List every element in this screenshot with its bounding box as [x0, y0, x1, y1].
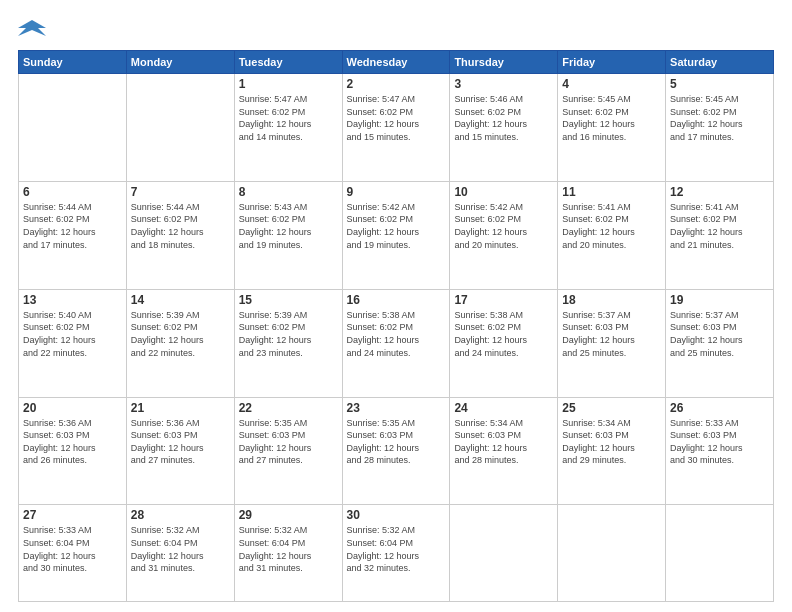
day-info: Sunrise: 5:34 AM Sunset: 6:03 PM Dayligh… — [562, 417, 661, 467]
page: SundayMondayTuesdayWednesdayThursdayFrid… — [0, 0, 792, 612]
day-info: Sunrise: 5:47 AM Sunset: 6:02 PM Dayligh… — [239, 93, 338, 143]
day-number: 7 — [131, 185, 230, 199]
day-info: Sunrise: 5:35 AM Sunset: 6:03 PM Dayligh… — [347, 417, 446, 467]
calendar-cell: 23Sunrise: 5:35 AM Sunset: 6:03 PM Dayli… — [342, 397, 450, 505]
day-number: 14 — [131, 293, 230, 307]
day-info: Sunrise: 5:38 AM Sunset: 6:02 PM Dayligh… — [454, 309, 553, 359]
calendar-cell: 6Sunrise: 5:44 AM Sunset: 6:02 PM Daylig… — [19, 181, 127, 289]
weekday-header-tuesday: Tuesday — [234, 51, 342, 74]
calendar-cell: 25Sunrise: 5:34 AM Sunset: 6:03 PM Dayli… — [558, 397, 666, 505]
week-row-5: 27Sunrise: 5:33 AM Sunset: 6:04 PM Dayli… — [19, 505, 774, 602]
day-number: 18 — [562, 293, 661, 307]
day-number: 13 — [23, 293, 122, 307]
calendar-cell: 17Sunrise: 5:38 AM Sunset: 6:02 PM Dayli… — [450, 289, 558, 397]
calendar-cell: 18Sunrise: 5:37 AM Sunset: 6:03 PM Dayli… — [558, 289, 666, 397]
day-info: Sunrise: 5:45 AM Sunset: 6:02 PM Dayligh… — [670, 93, 769, 143]
calendar-cell — [19, 74, 127, 182]
day-info: Sunrise: 5:43 AM Sunset: 6:02 PM Dayligh… — [239, 201, 338, 251]
weekday-header-sunday: Sunday — [19, 51, 127, 74]
day-info: Sunrise: 5:42 AM Sunset: 6:02 PM Dayligh… — [454, 201, 553, 251]
weekday-header-saturday: Saturday — [666, 51, 774, 74]
day-number: 9 — [347, 185, 446, 199]
day-info: Sunrise: 5:36 AM Sunset: 6:03 PM Dayligh… — [23, 417, 122, 467]
day-number: 20 — [23, 401, 122, 415]
calendar-cell: 20Sunrise: 5:36 AM Sunset: 6:03 PM Dayli… — [19, 397, 127, 505]
calendar-cell — [558, 505, 666, 602]
logo-icon — [18, 18, 46, 40]
calendar-cell: 24Sunrise: 5:34 AM Sunset: 6:03 PM Dayli… — [450, 397, 558, 505]
svg-marker-0 — [18, 20, 46, 36]
day-info: Sunrise: 5:47 AM Sunset: 6:02 PM Dayligh… — [347, 93, 446, 143]
day-info: Sunrise: 5:34 AM Sunset: 6:03 PM Dayligh… — [454, 417, 553, 467]
day-number: 8 — [239, 185, 338, 199]
day-number: 30 — [347, 508, 446, 522]
day-number: 28 — [131, 508, 230, 522]
calendar-cell — [666, 505, 774, 602]
calendar-table: SundayMondayTuesdayWednesdayThursdayFrid… — [18, 50, 774, 602]
day-info: Sunrise: 5:39 AM Sunset: 6:02 PM Dayligh… — [131, 309, 230, 359]
day-number: 6 — [23, 185, 122, 199]
day-number: 10 — [454, 185, 553, 199]
calendar-cell: 10Sunrise: 5:42 AM Sunset: 6:02 PM Dayli… — [450, 181, 558, 289]
day-info: Sunrise: 5:41 AM Sunset: 6:02 PM Dayligh… — [562, 201, 661, 251]
week-row-4: 20Sunrise: 5:36 AM Sunset: 6:03 PM Dayli… — [19, 397, 774, 505]
day-number: 19 — [670, 293, 769, 307]
week-row-2: 6Sunrise: 5:44 AM Sunset: 6:02 PM Daylig… — [19, 181, 774, 289]
day-number: 24 — [454, 401, 553, 415]
day-number: 29 — [239, 508, 338, 522]
calendar-cell: 13Sunrise: 5:40 AM Sunset: 6:02 PM Dayli… — [19, 289, 127, 397]
day-info: Sunrise: 5:33 AM Sunset: 6:03 PM Dayligh… — [670, 417, 769, 467]
calendar-cell: 1Sunrise: 5:47 AM Sunset: 6:02 PM Daylig… — [234, 74, 342, 182]
day-number: 23 — [347, 401, 446, 415]
calendar-cell: 30Sunrise: 5:32 AM Sunset: 6:04 PM Dayli… — [342, 505, 450, 602]
calendar-cell — [126, 74, 234, 182]
calendar-cell: 19Sunrise: 5:37 AM Sunset: 6:03 PM Dayli… — [666, 289, 774, 397]
calendar-cell: 9Sunrise: 5:42 AM Sunset: 6:02 PM Daylig… — [342, 181, 450, 289]
weekday-header-row: SundayMondayTuesdayWednesdayThursdayFrid… — [19, 51, 774, 74]
day-number: 12 — [670, 185, 769, 199]
calendar-cell: 22Sunrise: 5:35 AM Sunset: 6:03 PM Dayli… — [234, 397, 342, 505]
calendar-cell: 4Sunrise: 5:45 AM Sunset: 6:02 PM Daylig… — [558, 74, 666, 182]
week-row-1: 1Sunrise: 5:47 AM Sunset: 6:02 PM Daylig… — [19, 74, 774, 182]
day-number: 5 — [670, 77, 769, 91]
weekday-header-thursday: Thursday — [450, 51, 558, 74]
calendar-cell: 21Sunrise: 5:36 AM Sunset: 6:03 PM Dayli… — [126, 397, 234, 505]
calendar-cell: 8Sunrise: 5:43 AM Sunset: 6:02 PM Daylig… — [234, 181, 342, 289]
day-info: Sunrise: 5:37 AM Sunset: 6:03 PM Dayligh… — [670, 309, 769, 359]
day-number: 17 — [454, 293, 553, 307]
calendar-cell: 15Sunrise: 5:39 AM Sunset: 6:02 PM Dayli… — [234, 289, 342, 397]
day-number: 15 — [239, 293, 338, 307]
calendar-cell: 3Sunrise: 5:46 AM Sunset: 6:02 PM Daylig… — [450, 74, 558, 182]
day-info: Sunrise: 5:32 AM Sunset: 6:04 PM Dayligh… — [347, 524, 446, 574]
day-info: Sunrise: 5:44 AM Sunset: 6:02 PM Dayligh… — [131, 201, 230, 251]
day-info: Sunrise: 5:39 AM Sunset: 6:02 PM Dayligh… — [239, 309, 338, 359]
day-number: 22 — [239, 401, 338, 415]
weekday-header-wednesday: Wednesday — [342, 51, 450, 74]
day-number: 16 — [347, 293, 446, 307]
day-info: Sunrise: 5:44 AM Sunset: 6:02 PM Dayligh… — [23, 201, 122, 251]
day-number: 3 — [454, 77, 553, 91]
day-info: Sunrise: 5:32 AM Sunset: 6:04 PM Dayligh… — [131, 524, 230, 574]
calendar-cell: 11Sunrise: 5:41 AM Sunset: 6:02 PM Dayli… — [558, 181, 666, 289]
day-info: Sunrise: 5:41 AM Sunset: 6:02 PM Dayligh… — [670, 201, 769, 251]
day-info: Sunrise: 5:42 AM Sunset: 6:02 PM Dayligh… — [347, 201, 446, 251]
day-info: Sunrise: 5:37 AM Sunset: 6:03 PM Dayligh… — [562, 309, 661, 359]
day-number: 4 — [562, 77, 661, 91]
weekday-header-friday: Friday — [558, 51, 666, 74]
day-info: Sunrise: 5:38 AM Sunset: 6:02 PM Dayligh… — [347, 309, 446, 359]
day-number: 25 — [562, 401, 661, 415]
calendar-cell — [450, 505, 558, 602]
weekday-header-monday: Monday — [126, 51, 234, 74]
logo — [18, 18, 50, 40]
day-info: Sunrise: 5:33 AM Sunset: 6:04 PM Dayligh… — [23, 524, 122, 574]
day-info: Sunrise: 5:45 AM Sunset: 6:02 PM Dayligh… — [562, 93, 661, 143]
calendar-cell: 29Sunrise: 5:32 AM Sunset: 6:04 PM Dayli… — [234, 505, 342, 602]
day-number: 21 — [131, 401, 230, 415]
day-number: 27 — [23, 508, 122, 522]
calendar-cell: 2Sunrise: 5:47 AM Sunset: 6:02 PM Daylig… — [342, 74, 450, 182]
calendar-cell: 5Sunrise: 5:45 AM Sunset: 6:02 PM Daylig… — [666, 74, 774, 182]
day-info: Sunrise: 5:40 AM Sunset: 6:02 PM Dayligh… — [23, 309, 122, 359]
calendar-cell: 26Sunrise: 5:33 AM Sunset: 6:03 PM Dayli… — [666, 397, 774, 505]
day-info: Sunrise: 5:32 AM Sunset: 6:04 PM Dayligh… — [239, 524, 338, 574]
calendar-cell: 12Sunrise: 5:41 AM Sunset: 6:02 PM Dayli… — [666, 181, 774, 289]
